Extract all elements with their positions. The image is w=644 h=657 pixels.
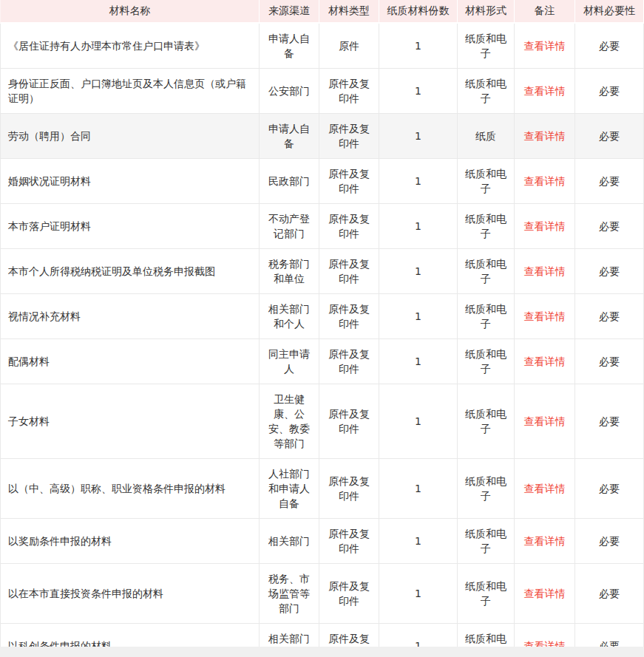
source-channel-cell: 税务、市场监管等部门 <box>260 564 319 624</box>
necessity-cell: 必要 <box>575 294 644 339</box>
necessity-cell: 必要 <box>575 384 644 459</box>
view-details-link[interactable]: 查看详情 <box>524 175 566 187</box>
remark-cell: 查看详情 <box>515 294 575 339</box>
necessity-cell: 必要 <box>575 339 644 384</box>
material-form-cell: 纸质和电子 <box>458 564 515 624</box>
material-type-cell: 原件及复印件 <box>319 339 379 384</box>
view-details-link[interactable]: 查看详情 <box>524 483 566 494</box>
view-details-link[interactable]: 查看详情 <box>524 40 566 52</box>
material-type-cell: 原件及复印件 <box>319 294 379 339</box>
table-row: 本市落户证明材料不动产登记部门原件及复印件1纸质和电子查看详情必要 <box>0 204 644 249</box>
view-details-link[interactable]: 查看详情 <box>524 588 566 599</box>
source-channel-cell: 申请人自备 <box>260 114 319 159</box>
source-channel-cell: 民政部门 <box>260 159 319 204</box>
material-name-cell: 子女材料 <box>0 384 260 459</box>
material-type-cell: 原件及复印件 <box>319 159 379 204</box>
material-form-cell: 纸质 <box>458 114 515 159</box>
source-channel-cell: 申请人自备 <box>260 24 319 69</box>
material-type-cell: 原件及复印件 <box>319 204 379 249</box>
paper-copies-cell: 1 <box>379 69 458 114</box>
bottom-strip <box>0 647 644 657</box>
paper-copies-cell: 1 <box>379 459 458 519</box>
source-channel-cell: 人社部门和申请人自备 <box>260 459 319 519</box>
necessity-cell: 必要 <box>575 24 644 69</box>
material-form-cell: 纸质和电子 <box>458 459 515 519</box>
material-form-cell: 纸质和电子 <box>458 249 515 294</box>
material-name-cell: 劳动（聘用）合同 <box>0 114 260 159</box>
source-channel-cell: 相关部门和个人 <box>260 294 319 339</box>
material-form-cell: 纸质和电子 <box>458 69 515 114</box>
source-channel-cell: 不动产登记部门 <box>260 204 319 249</box>
material-name-cell: 以在本市直接投资条件申报的材料 <box>0 564 260 624</box>
material-type-cell: 原件 <box>319 24 379 69</box>
view-details-link[interactable]: 查看详情 <box>524 85 566 97</box>
source-channel-cell: 相关部门 <box>260 519 319 564</box>
remark-cell: 查看详情 <box>515 249 575 294</box>
column-header-7: 材料必要性 <box>575 0 644 24</box>
view-details-link[interactable]: 查看详情 <box>524 130 566 142</box>
necessity-cell: 必要 <box>575 519 644 564</box>
table-row: 以科创条件申报的材料相关部门和个人原件及复印件1纸质和电子查看详情必要 <box>0 624 644 647</box>
material-form-cell: 纸质和电子 <box>458 384 515 459</box>
source-channel-cell: 卫生健康、公安、教委等部门 <box>260 384 319 459</box>
paper-copies-cell: 1 <box>379 519 458 564</box>
table-header: 材料名称来源渠道材料类型纸质材料份数材料形式备注材料必要性 <box>0 0 644 24</box>
column-header-5: 材料形式 <box>458 0 515 24</box>
material-type-cell: 原件及复印件 <box>319 564 379 624</box>
material-name-cell: 《居住证持有人办理本市常住户口申请表》 <box>0 24 260 69</box>
column-header-3: 材料类型 <box>319 0 379 24</box>
remark-cell: 查看详情 <box>515 384 575 459</box>
remark-cell: 查看详情 <box>515 24 575 69</box>
paper-copies-cell: 1 <box>379 249 458 294</box>
remark-cell: 查看详情 <box>515 159 575 204</box>
material-form-cell: 纸质和电子 <box>458 519 515 564</box>
paper-copies-cell: 1 <box>379 159 458 204</box>
paper-copies-cell: 1 <box>379 204 458 249</box>
view-details-link[interactable]: 查看详情 <box>524 415 566 427</box>
view-details-link[interactable]: 查看详情 <box>524 535 566 547</box>
necessity-cell: 必要 <box>575 69 644 114</box>
material-form-cell: 纸质和电子 <box>458 624 515 647</box>
column-header-1: 材料名称 <box>0 0 260 24</box>
material-form-cell: 纸质和电子 <box>458 159 515 204</box>
paper-copies-cell: 1 <box>379 564 458 624</box>
table-row: 以奖励条件申报的材料相关部门原件及复印件1纸质和电子查看详情必要 <box>0 519 644 564</box>
column-header-2: 来源渠道 <box>260 0 319 24</box>
material-type-cell: 原件及复印件 <box>319 459 379 519</box>
view-details-link[interactable]: 查看详情 <box>524 220 566 232</box>
table-row: 本市个人所得税纳税证明及单位税务申报截图税务部门和单位原件及复印件1纸质和电子查… <box>0 249 644 294</box>
table-row: 婚姻状况证明材料民政部门原件及复印件1纸质和电子查看详情必要 <box>0 159 644 204</box>
material-name-cell: 本市个人所得税纳税证明及单位税务申报截图 <box>0 249 260 294</box>
table-body: 《居住证持有人办理本市常住户口申请表》申请人自备原件1纸质和电子查看详情必要身份… <box>0 24 644 647</box>
source-channel-cell: 税务部门和单位 <box>260 249 319 294</box>
material-name-cell: 以（中、高级）职称、职业资格条件申报的材料 <box>0 459 260 519</box>
material-name-cell: 婚姻状况证明材料 <box>0 159 260 204</box>
column-header-4: 纸质材料份数 <box>379 0 458 24</box>
view-details-link[interactable]: 查看详情 <box>524 355 566 367</box>
remark-cell: 查看详情 <box>515 564 575 624</box>
materials-table: 材料名称来源渠道材料类型纸质材料份数材料形式备注材料必要性 《居住证持有人办理本… <box>0 0 644 647</box>
material-type-cell: 原件及复印件 <box>319 624 379 647</box>
material-form-cell: 纸质和电子 <box>458 294 515 339</box>
view-details-link[interactable]: 查看详情 <box>524 310 566 322</box>
table-row: 《居住证持有人办理本市常住户口申请表》申请人自备原件1纸质和电子查看详情必要 <box>0 24 644 69</box>
remark-cell: 查看详情 <box>515 114 575 159</box>
paper-copies-cell: 1 <box>379 24 458 69</box>
remark-cell: 查看详情 <box>515 519 575 564</box>
necessity-cell: 必要 <box>575 204 644 249</box>
material-form-cell: 纸质和电子 <box>458 339 515 384</box>
remark-cell: 查看详情 <box>515 69 575 114</box>
table-row: 以（中、高级）职称、职业资格条件申报的材料人社部门和申请人自备原件及复印件1纸质… <box>0 459 644 519</box>
necessity-cell: 必要 <box>575 459 644 519</box>
view-details-link[interactable]: 查看详情 <box>524 640 566 647</box>
table-row: 劳动（聘用）合同申请人自备原件及复印件1纸质查看详情必要 <box>0 114 644 159</box>
material-name-cell: 身份证正反面、户口簿地址页及本人信息页（或户籍证明） <box>0 69 260 114</box>
material-type-cell: 原件及复印件 <box>319 519 379 564</box>
table-row: 配偶材料同主申请人原件及复印件1纸质和电子查看详情必要 <box>0 339 644 384</box>
material-name-cell: 本市落户证明材料 <box>0 204 260 249</box>
header-row: 材料名称来源渠道材料类型纸质材料份数材料形式备注材料必要性 <box>0 0 644 24</box>
materials-table-container: 材料名称来源渠道材料类型纸质材料份数材料形式备注材料必要性 《居住证持有人办理本… <box>0 0 644 647</box>
view-details-link[interactable]: 查看详情 <box>524 265 566 277</box>
table-row: 以在本市直接投资条件申报的材料税务、市场监管等部门原件及复印件1纸质和电子查看详… <box>0 564 644 624</box>
material-type-cell: 原件及复印件 <box>319 114 379 159</box>
